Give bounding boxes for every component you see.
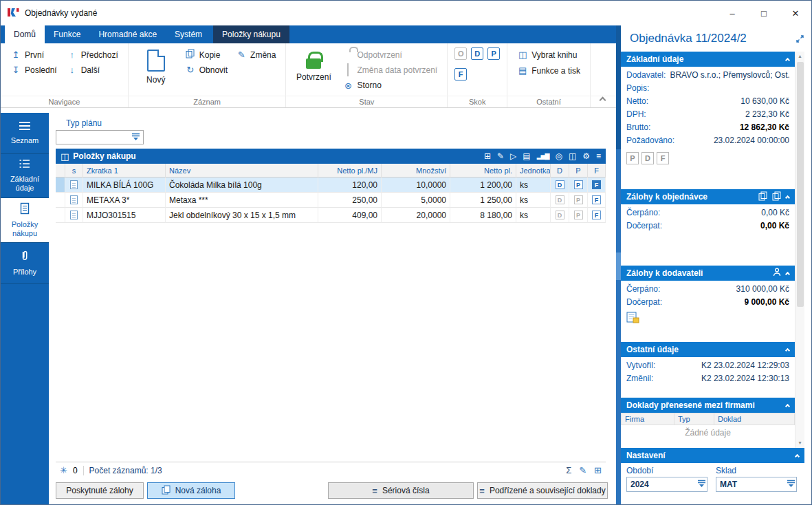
change-button[interactable]: ✎Změna [233, 47, 278, 62]
table-edit-icon[interactable]: ⊞ [594, 465, 602, 475]
storno-button[interactable]: ⊗Storno [340, 78, 440, 93]
panel-scrollbar[interactable]: ▴ ▾ [795, 52, 804, 448]
pick-book-button[interactable]: ◫Vybrat knihu [514, 47, 583, 62]
serial-numbers-button[interactable]: ≡Sériová čísla [328, 482, 474, 499]
preview-panel: Objednávka 11/2024/2 Základní údaje Doda… [621, 25, 811, 504]
unconfirm-button[interactable]: Odpotvrzení [340, 47, 440, 63]
minimize-button[interactable]: – [716, 1, 748, 25]
table-row[interactable]: MJJO301515 Jekl obdelníkový 30 x 15 x 1,… [56, 208, 606, 223]
search-icon[interactable]: ◎ [555, 151, 562, 161]
column-header[interactable]: P [569, 164, 588, 178]
column-header[interactable]: Množství [382, 164, 450, 178]
tab-polozky-nakupu[interactable]: Položky nákupu [213, 25, 289, 43]
new-button[interactable]: Nový [135, 47, 177, 95]
column-header[interactable]: D [551, 164, 569, 178]
confirm-button[interactable]: Potvrzení [293, 47, 334, 95]
copy-button[interactable]: Kopie [182, 47, 230, 62]
menu-icon[interactable]: ≡ [596, 151, 601, 161]
jump-p-button[interactable]: P [487, 47, 500, 60]
jump-d-button[interactable]: D [471, 47, 483, 60]
import-icon[interactable]: ⊞ [484, 151, 491, 161]
scrollbar-thumb[interactable] [797, 62, 804, 307]
warehouse-combobox[interactable]: MAT [716, 477, 797, 492]
section-header[interactable]: Základní údaje [621, 52, 795, 67]
column-header[interactable]: Netto pl./MJ [318, 164, 382, 178]
chart-icon[interactable]: ▂▅▇ [537, 153, 549, 160]
section-header[interactable]: Nastavení [621, 448, 804, 463]
app-window: Objednávky vydané – □ ✕ Domů Funkce Hrom… [0, 0, 812, 505]
maximize-button[interactable]: □ [748, 1, 780, 25]
column-header[interactable]: Doklad [714, 413, 795, 425]
column-header[interactable]: Typ [674, 413, 714, 425]
column-header[interactable]: Netto pl. [450, 164, 516, 178]
previous-button[interactable]: ↑Předchozí [64, 47, 121, 62]
run-icon[interactable]: ▷ [510, 151, 516, 161]
table-row[interactable]: MILKA BÍLÁ 100G Čokoláda Milka bílá 100g… [56, 178, 606, 193]
scroll-down-icon[interactable]: ▾ [798, 439, 801, 447]
edit-list-icon[interactable]: ✎ [497, 151, 504, 161]
tab-domu[interactable]: Domů [5, 25, 45, 43]
section-header[interactable]: Ostatní údaje [621, 342, 795, 357]
first-label: První [25, 50, 44, 60]
ribbon-collapse-button[interactable] [600, 95, 605, 105]
sidebar-item-prilohy[interactable]: Přílohy [1, 243, 49, 284]
supplier-person-icon[interactable] [773, 268, 781, 279]
columns-icon[interactable]: ◫ [569, 151, 576, 161]
flag-f-button[interactable]: F [657, 152, 669, 164]
period-combobox[interactable]: 2024 [626, 477, 707, 492]
column-header[interactable]: Název [166, 164, 318, 178]
section-header[interactable]: Doklady přenesené mezi firmami [621, 398, 795, 413]
tab-system[interactable]: Systém [166, 25, 211, 43]
chevron-up-icon[interactable] [785, 348, 790, 353]
chevron-up-icon[interactable] [785, 272, 790, 277]
jump-f-button[interactable]: F [454, 68, 467, 80]
last-label: Poslední [25, 65, 57, 75]
section-header[interactable]: Zálohy k objednávce [621, 189, 795, 204]
section-title: Zálohy k objednávce [626, 192, 754, 202]
expand-panel-icon[interactable] [795, 34, 804, 43]
sidebar-item-polozky-nakupu[interactable]: Položky nákupu [1, 198, 49, 244]
sum-icon[interactable]: Σ [566, 465, 571, 475]
close-button[interactable]: ✕ [780, 1, 811, 25]
next-button[interactable]: ↓Další [64, 63, 121, 77]
subordinate-docs-button[interactable]: ≡Podřízené a související doklady [477, 482, 608, 499]
field-label: Změnil: [626, 372, 653, 385]
section-header[interactable]: Zálohy k dodavateli [621, 266, 795, 281]
sidebar-item-zakladni-udaje[interactable]: Základní údaje [1, 154, 49, 198]
flag-p-button[interactable]: P [626, 152, 639, 164]
sidebar-item-seznam[interactable]: Seznam [1, 113, 49, 154]
plan-type-combobox[interactable] [56, 130, 144, 144]
chevron-up-icon[interactable] [795, 454, 800, 459]
refresh-button[interactable]: ↻Obnovit [182, 63, 230, 77]
deposit-new-icon[interactable] [772, 191, 781, 203]
deposit-copy-icon[interactable] [758, 191, 767, 203]
ribbon-group-zaznam: Nový Kopie ✎Změna ↻Obnovit Záznam [129, 43, 287, 107]
jump-o-button[interactable]: O [454, 47, 467, 60]
panel-splitter[interactable] [616, 25, 621, 504]
column-header[interactable]: Firma [621, 413, 674, 425]
functions-print-button[interactable]: ▤Funkce a tisk [514, 63, 583, 78]
flag-d-button[interactable]: D [641, 152, 654, 164]
new-deposit-button[interactable]: Nová záloha [147, 482, 235, 499]
column-header[interactable]: F [588, 164, 606, 178]
chevron-up-icon[interactable] [785, 404, 790, 409]
print-icon[interactable]: ▤ [523, 151, 530, 161]
change-confirm-date-button[interactable]: Změna data potvrzení [340, 63, 440, 78]
table-row[interactable]: METAXA 3* Metaxa *** 250,00 5,0000 1 250… [56, 193, 606, 208]
first-button[interactable]: ↥První [8, 47, 60, 62]
provided-deposits-button[interactable]: Poskytnuté zálohy [56, 482, 144, 499]
tab-funkce[interactable]: Funkce [45, 25, 89, 43]
last-button[interactable]: ↧Poslední [8, 63, 60, 77]
edit-icon[interactable]: ✎ [579, 465, 586, 475]
tab-hromadne-akce[interactable]: Hromadné akce [89, 25, 166, 43]
dropdown-icon[interactable] [786, 479, 796, 490]
scroll-up-icon[interactable]: ▴ [798, 52, 801, 61]
deposit-document-icon[interactable] [626, 316, 639, 325]
column-header[interactable]: Zkratka 1 [83, 164, 166, 178]
chevron-up-icon[interactable] [785, 58, 790, 63]
dropdown-icon[interactable] [696, 479, 707, 490]
chevron-up-icon[interactable] [785, 195, 790, 200]
settings-gear-icon[interactable]: ⚙ [582, 151, 590, 161]
column-header[interactable]: Jednotka [516, 164, 551, 178]
column-header[interactable]: s [65, 164, 83, 178]
